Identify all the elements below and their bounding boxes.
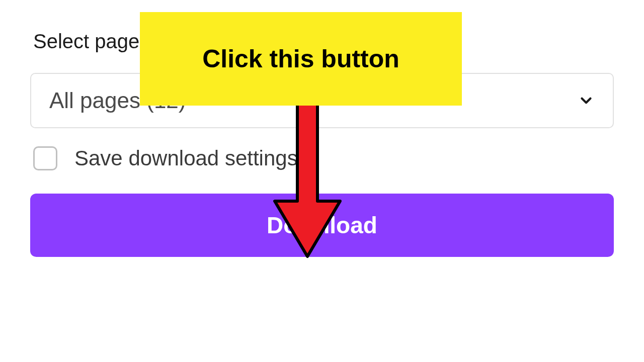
instruction-callout: Click this button <box>140 12 462 106</box>
callout-text: Click this button <box>202 44 399 73</box>
chevron-down-icon <box>578 92 595 109</box>
arrow-down-icon <box>270 101 345 263</box>
save-settings-checkbox[interactable] <box>33 146 57 170</box>
save-settings-label: Save download settings <box>74 146 298 170</box>
